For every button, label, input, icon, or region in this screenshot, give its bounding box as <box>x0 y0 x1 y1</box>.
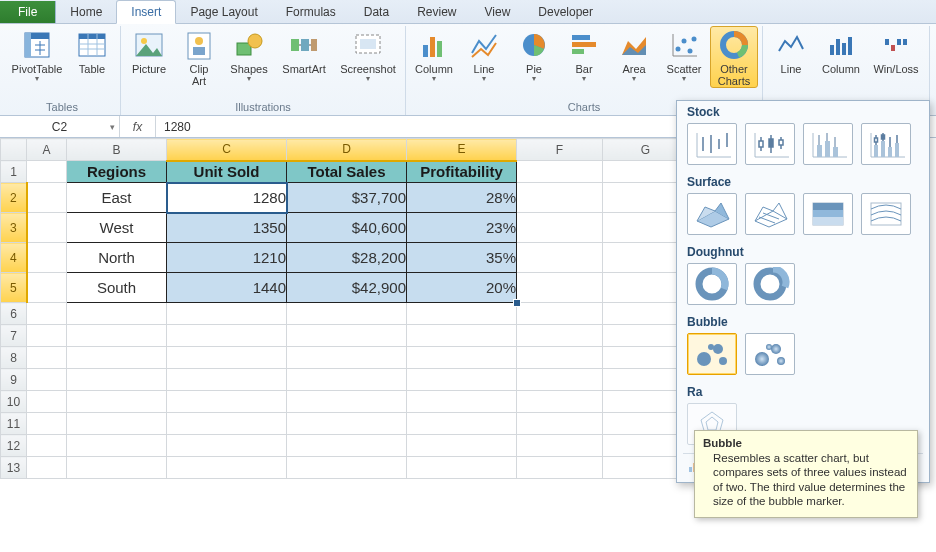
cell-B13[interactable] <box>67 457 167 479</box>
row-header-1[interactable]: 1 <box>1 161 27 183</box>
sparkline-line-button[interactable]: Line <box>767 26 815 76</box>
cell-C12[interactable] <box>167 435 287 457</box>
column-header-E[interactable]: E <box>407 139 517 161</box>
row-header-8[interactable]: 8 <box>1 347 27 369</box>
cell-D5[interactable]: $42,900 <box>287 273 407 303</box>
cell-D8[interactable] <box>287 347 407 369</box>
cell-C10[interactable] <box>167 391 287 413</box>
column-header-B[interactable]: B <box>67 139 167 161</box>
tab-file[interactable]: File <box>0 1 56 23</box>
other-charts-button[interactable]: Other Charts <box>710 26 758 88</box>
cell-E4[interactable]: 35% <box>407 243 517 273</box>
cell-E7[interactable] <box>407 325 517 347</box>
tab-developer[interactable]: Developer <box>524 1 607 23</box>
tab-page-layout[interactable]: Page Layout <box>176 1 271 23</box>
pie-chart-button[interactable]: Pie ▾ <box>510 26 558 84</box>
cell-A10[interactable] <box>27 391 67 413</box>
picture-button[interactable]: Picture <box>125 26 173 76</box>
tab-formulas[interactable]: Formulas <box>272 1 350 23</box>
cell-B4[interactable]: North <box>67 243 167 273</box>
cell-B9[interactable] <box>67 369 167 391</box>
cell-D4[interactable]: $28,200 <box>287 243 407 273</box>
cell-E2[interactable]: 28% <box>407 183 517 213</box>
cell-D3[interactable]: $40,600 <box>287 213 407 243</box>
tab-review[interactable]: Review <box>403 1 470 23</box>
surface-chart-thumb-1[interactable] <box>687 193 737 235</box>
cell-C4[interactable]: 1210 <box>167 243 287 273</box>
cell-B11[interactable] <box>67 413 167 435</box>
cell-B3[interactable]: West <box>67 213 167 243</box>
cell-E3[interactable]: 23% <box>407 213 517 243</box>
area-chart-button[interactable]: Area ▾ <box>610 26 658 84</box>
row-header-4[interactable]: 4 <box>1 243 27 273</box>
doughnut-chart-thumb-2[interactable] <box>745 263 795 305</box>
cell-E13[interactable] <box>407 457 517 479</box>
cell-F2[interactable] <box>517 183 603 213</box>
cell-C1[interactable]: Unit Sold <box>167 161 287 183</box>
cell-B7[interactable] <box>67 325 167 347</box>
cell-C8[interactable] <box>167 347 287 369</box>
row-header-9[interactable]: 9 <box>1 369 27 391</box>
cell-D6[interactable] <box>287 303 407 325</box>
cell-F12[interactable] <box>517 435 603 457</box>
cell-F5[interactable] <box>517 273 603 303</box>
shapes-button[interactable]: Shapes ▾ <box>225 26 273 84</box>
cell-F3[interactable] <box>517 213 603 243</box>
clipart-button[interactable]: Clip Art <box>175 26 223 88</box>
cell-D10[interactable] <box>287 391 407 413</box>
cell-F6[interactable] <box>517 303 603 325</box>
column-header-C[interactable]: C <box>167 139 287 161</box>
row-header-5[interactable]: 5 <box>1 273 27 303</box>
cell-B6[interactable] <box>67 303 167 325</box>
cell-A11[interactable] <box>27 413 67 435</box>
scatter-chart-button[interactable]: Scatter ▾ <box>660 26 708 84</box>
row-header-13[interactable]: 13 <box>1 457 27 479</box>
row-header-7[interactable]: 7 <box>1 325 27 347</box>
cell-F13[interactable] <box>517 457 603 479</box>
cell-F7[interactable] <box>517 325 603 347</box>
cell-A9[interactable] <box>27 369 67 391</box>
doughnut-chart-thumb-1[interactable] <box>687 263 737 305</box>
bar-chart-button[interactable]: Bar ▾ <box>560 26 608 84</box>
table-button[interactable]: Table <box>68 26 116 76</box>
bubble-chart-thumb-2[interactable] <box>745 333 795 375</box>
cell-D11[interactable] <box>287 413 407 435</box>
cell-D12[interactable] <box>287 435 407 457</box>
cell-B8[interactable] <box>67 347 167 369</box>
sparkline-column-button[interactable]: Column <box>817 26 865 76</box>
cell-A1[interactable] <box>27 161 67 183</box>
row-header-6[interactable]: 6 <box>1 303 27 325</box>
column-chart-button[interactable]: Column ▾ <box>410 26 458 84</box>
cell-F8[interactable] <box>517 347 603 369</box>
row-header-3[interactable]: 3 <box>1 213 27 243</box>
cell-C5[interactable]: 1440 <box>167 273 287 303</box>
tab-home[interactable]: Home <box>56 1 116 23</box>
cell-C6[interactable] <box>167 303 287 325</box>
cell-B12[interactable] <box>67 435 167 457</box>
cell-E10[interactable] <box>407 391 517 413</box>
tab-data[interactable]: Data <box>350 1 403 23</box>
stock-chart-thumb-1[interactable] <box>687 123 737 165</box>
cell-E9[interactable] <box>407 369 517 391</box>
surface-chart-thumb-4[interactable] <box>861 193 911 235</box>
cell-A4[interactable] <box>27 243 67 273</box>
sparkline-winloss-button[interactable]: Win/Loss <box>867 26 925 76</box>
cell-E8[interactable] <box>407 347 517 369</box>
cell-D9[interactable] <box>287 369 407 391</box>
cell-C7[interactable] <box>167 325 287 347</box>
cell-A6[interactable] <box>27 303 67 325</box>
cell-D7[interactable] <box>287 325 407 347</box>
surface-chart-thumb-3[interactable] <box>803 193 853 235</box>
stock-chart-thumb-4[interactable] <box>861 123 911 165</box>
cell-E6[interactable] <box>407 303 517 325</box>
cell-F11[interactable] <box>517 413 603 435</box>
cell-D13[interactable] <box>287 457 407 479</box>
name-box[interactable]: C2 ▾ <box>0 116 120 137</box>
cell-E12[interactable] <box>407 435 517 457</box>
line-chart-button[interactable]: Line ▾ <box>460 26 508 84</box>
row-header-2[interactable]: 2 <box>1 183 27 213</box>
row-header-10[interactable]: 10 <box>1 391 27 413</box>
cell-B1[interactable]: Regions <box>67 161 167 183</box>
cell-A5[interactable] <box>27 273 67 303</box>
tab-view[interactable]: View <box>471 1 525 23</box>
